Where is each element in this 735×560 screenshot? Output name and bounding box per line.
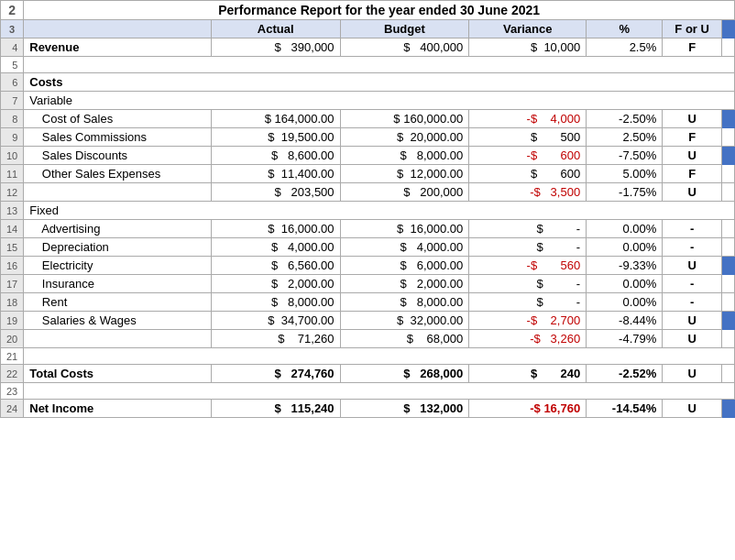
rent-indicator	[722, 293, 735, 312]
sales-discounts-variance: -$ 600	[469, 147, 587, 165]
cost-of-sales-foru: U	[663, 110, 722, 128]
cost-of-sales-pct: -2.50%	[587, 110, 663, 128]
advertising-budget: $ 16,000.00	[340, 220, 469, 238]
total-costs-budget: $ 268,000	[340, 365, 469, 383]
rent-foru: -	[663, 293, 722, 312]
insurance-budget: $ 2,000.00	[340, 275, 469, 293]
sales-commissions-variance: $ 500	[469, 128, 587, 147]
net-income-actual: $ 115,240	[211, 400, 340, 418]
fixed-subtotal-row: 20 $ 71,260 $ 68,000 -$ 3,260 -4.79% U	[1, 330, 735, 348]
report-title: Performance Report for the year ended 30…	[24, 1, 735, 20]
total-costs-pct: -2.52%	[587, 365, 663, 383]
depreciation-actual: $ 4,000.00	[211, 238, 340, 257]
other-sales-expenses-indicator	[722, 165, 735, 183]
variable-subtotal-foru: U	[663, 183, 722, 202]
other-sales-expenses-actual: $ 11,400.00	[211, 165, 340, 183]
depreciation-row: 15 Depreciation $ 4,000.00 $ 4,000.00 $ …	[1, 238, 735, 257]
sales-discounts-budget: $ 8,000.00	[340, 147, 469, 165]
revenue-foru: F	[663, 38, 722, 57]
advertising-variance: $ -	[469, 220, 587, 238]
total-costs-variance: $ 240	[469, 365, 587, 383]
row-num-2: 2	[1, 1, 24, 20]
revenue-row: 4 Revenue $ 390,000 $ 400,000 $ 10,000 2…	[1, 38, 735, 57]
other-sales-expenses-variance: $ 600	[469, 165, 587, 183]
header-percent: %	[587, 20, 663, 38]
other-sales-expenses-row: 11 Other Sales Expenses $ 11,400.00 $ 12…	[1, 165, 735, 183]
revenue-indicator	[722, 38, 735, 57]
variable-subtotal-indicator	[722, 183, 735, 202]
total-costs-foru: U	[663, 365, 722, 383]
salaries-wages-variance: -$ 2,700	[469, 312, 587, 330]
variable-subtotal-actual: $ 203,500	[211, 183, 340, 202]
net-income-row: 24 Net Income $ 115,240 $ 132,000 -$ 16,…	[1, 400, 735, 418]
cost-of-sales-actual: $ 164,000.00	[211, 110, 340, 128]
depreciation-indicator	[722, 238, 735, 257]
insurance-foru: -	[663, 275, 722, 293]
insurance-row: 17 Insurance $ 2,000.00 $ 2,000.00 $ - 0…	[1, 275, 735, 293]
header-foru: F or U	[663, 20, 722, 38]
cost-of-sales-variance: -$ 4,000	[469, 110, 587, 128]
electricity-actual: $ 6,560.00	[211, 257, 340, 275]
advertising-row: 14 Advertising $ 16,000.00 $ 16,000.00 $…	[1, 220, 735, 238]
fixed-subtotal-foru: U	[663, 330, 722, 348]
costs-label: Costs	[24, 73, 735, 92]
fixed-section-row: 13 Fixed	[1, 202, 735, 220]
header-indicator	[722, 20, 735, 38]
revenue-variance: $ 10,000	[469, 38, 587, 57]
salaries-wages-foru: U	[663, 312, 722, 330]
revenue-actual: $ 390,000	[211, 38, 340, 57]
advertising-foru: -	[663, 220, 722, 238]
sales-commissions-budget: $ 20,000.00	[340, 128, 469, 147]
cost-of-sales-budget: $ 160,000.00	[340, 110, 469, 128]
sales-commissions-indicator	[722, 128, 735, 147]
insurance-indicator	[722, 275, 735, 293]
total-costs-label: Total Costs	[24, 365, 212, 383]
other-sales-expenses-label: Other Sales Expenses	[24, 165, 212, 183]
title-row: 2 Performance Report for the year ended …	[1, 1, 735, 20]
sales-commissions-row: 9 Sales Commissions $ 19,500.00 $ 20,000…	[1, 128, 735, 147]
salaries-wages-actual: $ 34,700.00	[211, 312, 340, 330]
row-num-3: 3	[1, 20, 24, 38]
total-costs-row: 22 Total Costs $ 274,760 $ 268,000 $ 240…	[1, 365, 735, 383]
performance-report-table: 2 Performance Report for the year ended …	[0, 0, 735, 418]
variable-subtotal-pct: -1.75%	[587, 183, 663, 202]
net-income-indicator	[722, 400, 735, 418]
header-row: 3 Actual Budget Variance % F or U	[1, 20, 735, 38]
electricity-variance: -$ 560	[469, 257, 587, 275]
sales-commissions-pct: 2.50%	[587, 128, 663, 147]
sales-commissions-label: Sales Commissions	[24, 128, 212, 147]
advertising-label: Advertising	[24, 220, 212, 238]
fixed-label: Fixed	[24, 202, 735, 220]
rent-row: 18 Rent $ 8,000.00 $ 8,000.00 $ - 0.00% …	[1, 293, 735, 312]
empty-row-23: 23	[1, 383, 735, 400]
net-income-pct: -14.54%	[587, 400, 663, 418]
rent-pct: 0.00%	[587, 293, 663, 312]
insurance-pct: 0.00%	[587, 275, 663, 293]
fixed-subtotal-budget: $ 68,000	[340, 330, 469, 348]
header-budget: Budget	[340, 20, 469, 38]
fixed-subtotal-variance: -$ 3,260	[469, 330, 587, 348]
variable-subtotal-label	[24, 183, 212, 202]
header-variance: Variance	[469, 20, 587, 38]
electricity-pct: -9.33%	[587, 257, 663, 275]
salaries-wages-row: 19 Salaries & Wages $ 34,700.00 $ 32,000…	[1, 312, 735, 330]
other-sales-expenses-budget: $ 12,000.00	[340, 165, 469, 183]
depreciation-budget: $ 4,000.00	[340, 238, 469, 257]
sales-commissions-foru: F	[663, 128, 722, 147]
header-actual: Actual	[211, 20, 340, 38]
total-costs-actual: $ 274,760	[211, 365, 340, 383]
sales-discounts-label: Sales Discounts	[24, 147, 212, 165]
net-income-variance: -$ 16,760	[469, 400, 587, 418]
cost-of-sales-label: Cost of Sales	[24, 110, 212, 128]
electricity-budget: $ 6,000.00	[340, 257, 469, 275]
advertising-pct: 0.00%	[587, 220, 663, 238]
electricity-label: Electricity	[24, 257, 212, 275]
other-sales-expenses-pct: 5.00%	[587, 165, 663, 183]
salaries-wages-indicator	[722, 312, 735, 330]
rent-label: Rent	[24, 293, 212, 312]
net-income-foru: U	[663, 400, 722, 418]
variable-subtotal-variance: -$ 3,500	[469, 183, 587, 202]
sales-discounts-indicator	[722, 147, 735, 165]
costs-section-row: 6 Costs	[1, 73, 735, 92]
header-label	[24, 20, 212, 38]
